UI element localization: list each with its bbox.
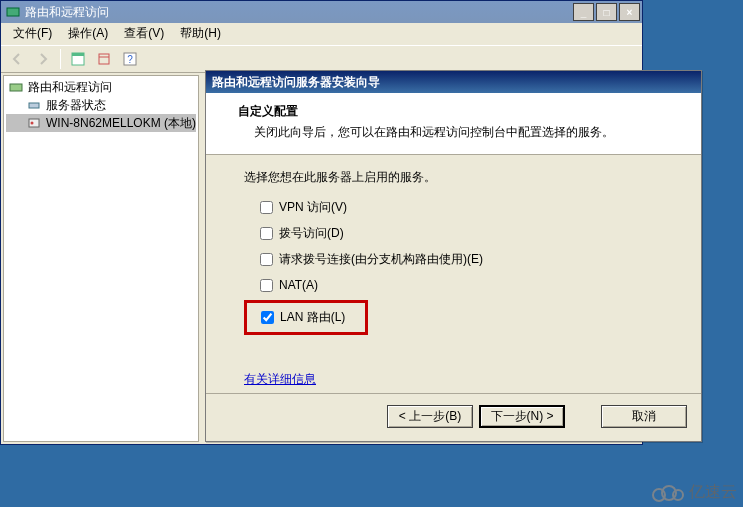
wizard-description: 关闭此向导后，您可以在路由和远程访问控制台中配置选择的服务。: [238, 124, 681, 141]
menu-file[interactable]: 文件(F): [5, 23, 60, 44]
tree-root-label: 路由和远程访问: [28, 79, 112, 96]
option-demand-dial-checkbox[interactable]: [260, 253, 273, 266]
toolbar: ?: [1, 45, 642, 73]
tree-server-node[interactable]: WIN-8N62MELLOKM (本地): [6, 114, 196, 132]
option-dialup[interactable]: 拨号访问(D): [244, 220, 679, 246]
more-info-link[interactable]: 有关详细信息: [244, 371, 316, 388]
window-controls: _ □ ×: [573, 3, 640, 21]
tree-root[interactable]: 路由和远程访问: [6, 78, 196, 96]
titlebar: 路由和远程访问 _ □ ×: [1, 1, 642, 23]
option-dialup-checkbox[interactable]: [260, 227, 273, 240]
svg-rect-7: [29, 103, 39, 108]
option-lan-label: LAN 路由(L): [280, 309, 345, 326]
svg-rect-6: [10, 84, 22, 91]
menu-help[interactable]: 帮助(H): [172, 23, 229, 44]
wizard-header-panel: 自定义配置 关闭此向导后，您可以在路由和远程访问控制台中配置选择的服务。: [206, 93, 701, 155]
server-group-icon: [8, 79, 24, 95]
option-nat-checkbox[interactable]: [260, 279, 273, 292]
wizard-dialog: 路由和远程访问服务器安装向导 自定义配置 关闭此向导后，您可以在路由和远程访问控…: [205, 70, 702, 442]
menu-view[interactable]: 查看(V): [116, 23, 172, 44]
minimize-button[interactable]: _: [573, 3, 594, 21]
window-title: 路由和远程访问: [25, 4, 573, 21]
close-button[interactable]: ×: [619, 3, 640, 21]
option-vpn-checkbox[interactable]: [260, 201, 273, 214]
menubar: 文件(F) 操作(A) 查看(V) 帮助(H): [1, 23, 642, 45]
svg-point-9: [30, 122, 33, 125]
option-demand-dial-label: 请求拨号连接(由分支机构路由使用)(E): [279, 251, 483, 268]
cancel-button[interactable]: 取消: [601, 405, 687, 428]
option-nat[interactable]: NAT(A): [244, 272, 679, 298]
tree-server-status[interactable]: 服务器状态: [6, 96, 196, 114]
svg-rect-0: [7, 8, 19, 16]
app-icon: [5, 4, 21, 20]
status-icon: [26, 97, 42, 113]
option-vpn[interactable]: VPN 访问(V): [244, 194, 679, 220]
svg-point-12: [673, 490, 683, 500]
tree-pane[interactable]: 路由和远程访问 服务器状态 WIN-8N62MELLOKM (本地): [3, 75, 199, 442]
wizard-body: 选择您想在此服务器上启用的服务。 VPN 访问(V) 拨号访问(D) 请求拨号连…: [206, 155, 701, 393]
toolbar-refresh-button[interactable]: [92, 47, 116, 71]
svg-rect-3: [99, 54, 109, 64]
option-lan-highlight: LAN 路由(L): [244, 300, 368, 335]
toolbar-forward-button: [31, 47, 55, 71]
option-demand-dial[interactable]: 请求拨号连接(由分支机构路由使用)(E): [244, 246, 679, 272]
toolbar-back-button: [5, 47, 29, 71]
watermark: 亿速云: [651, 482, 737, 503]
next-button[interactable]: 下一步(N) >: [479, 405, 565, 428]
back-button[interactable]: < 上一步(B): [387, 405, 473, 428]
maximize-button[interactable]: □: [596, 3, 617, 21]
toolbar-properties-button[interactable]: [66, 47, 90, 71]
wizard-title: 路由和远程访问服务器安装向导: [206, 71, 701, 93]
services-label: 选择您想在此服务器上启用的服务。: [244, 169, 679, 186]
wizard-footer: < 上一步(B) 下一步(N) > 取消: [206, 393, 701, 439]
svg-text:?: ?: [127, 54, 133, 65]
menu-action[interactable]: 操作(A): [60, 23, 116, 44]
option-lan-checkbox[interactable]: [261, 311, 274, 324]
server-icon: [26, 115, 42, 131]
tree-server-label: WIN-8N62MELLOKM (本地): [46, 115, 196, 132]
option-nat-label: NAT(A): [279, 278, 318, 292]
toolbar-help-button[interactable]: ?: [118, 47, 142, 71]
svg-rect-2: [72, 53, 84, 56]
tree-status-label: 服务器状态: [46, 97, 106, 114]
cloud-icon: [651, 483, 685, 503]
toolbar-separator: [60, 49, 61, 69]
wizard-subtitle: 自定义配置: [238, 103, 681, 120]
option-dialup-label: 拨号访问(D): [279, 225, 344, 242]
option-vpn-label: VPN 访问(V): [279, 199, 347, 216]
watermark-text: 亿速云: [689, 482, 737, 503]
